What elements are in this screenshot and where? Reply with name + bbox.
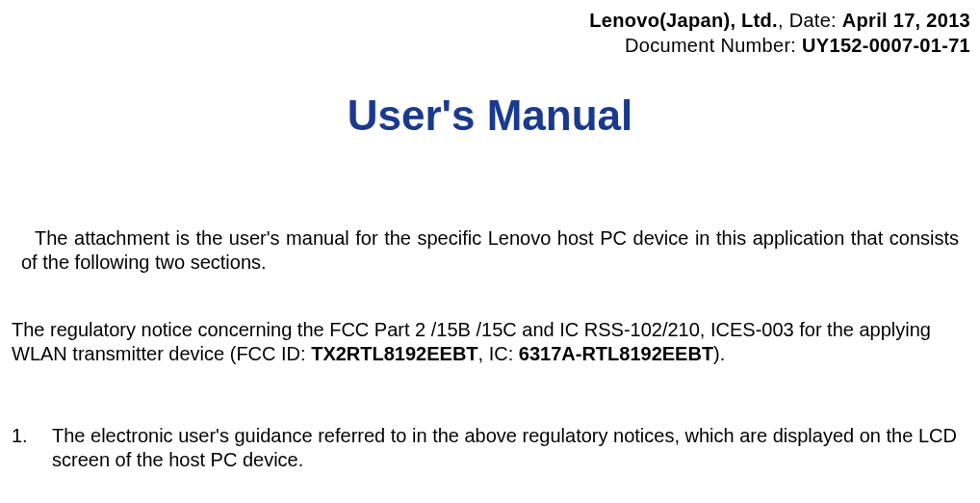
page-title: User's Manual xyxy=(10,92,970,140)
document-header: Lenovo(Japan), Ltd., Date: April 17, 201… xyxy=(10,8,970,58)
intro-text: The attachment is the user's manual for … xyxy=(21,227,959,273)
date-value: April 17, 2013 xyxy=(842,10,970,31)
ic-id: 6317A-RTL8192EEBT xyxy=(519,343,713,364)
fcc-id: TX2RTL8192EEBT xyxy=(311,343,477,364)
company-name: Lenovo(Japan), Ltd. xyxy=(589,10,778,31)
list-item: 1. The electronic user's guidance referr… xyxy=(12,424,968,472)
doc-number-value: UY152-0007-01-71 xyxy=(802,35,970,56)
list-number: 1. xyxy=(12,424,52,472)
doc-number-label: Document Number: xyxy=(625,35,802,56)
reg-notice-post: ). xyxy=(713,343,725,364)
reg-notice-mid: , IC: xyxy=(478,343,519,364)
list-text: The electronic user's guidance referred … xyxy=(52,424,968,472)
regulatory-notice: The regulatory notice concerning the FCC… xyxy=(12,318,968,366)
header-line-1: Lenovo(Japan), Ltd., Date: April 17, 201… xyxy=(10,8,970,33)
header-line-2: Document Number: UY152-0007-01-71 xyxy=(10,33,970,58)
date-label: , Date: xyxy=(778,10,842,31)
intro-paragraph: The attachment is the user's manual for … xyxy=(21,226,959,275)
